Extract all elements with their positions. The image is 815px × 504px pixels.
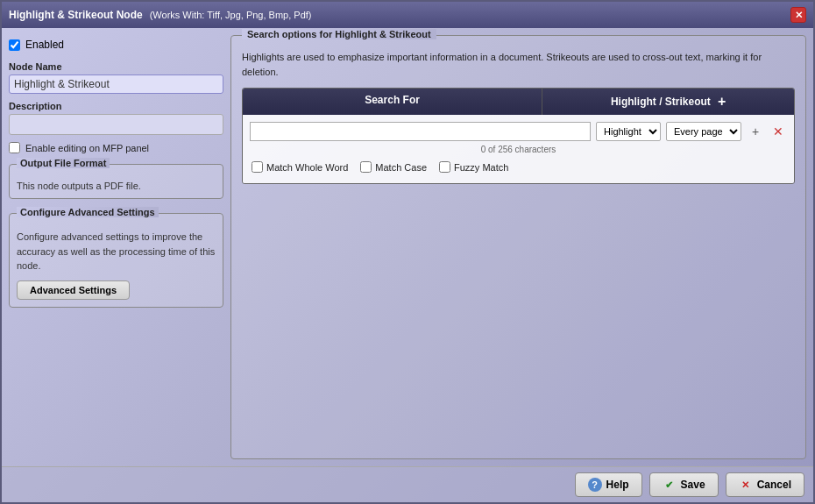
- help-icon: ?: [588, 478, 602, 492]
- configure-text: Configure advanced settings to improve t…: [17, 224, 216, 273]
- right-description: Highlights are used to emphasize importa…: [242, 50, 795, 79]
- save-icon: ✔: [663, 478, 677, 492]
- right-panel-title: Search options for Highlight & Strikeout: [242, 29, 436, 39]
- right-panel-inner: Highlights are used to emphasize importa…: [231, 36, 805, 458]
- save-button[interactable]: ✔ Save: [649, 472, 719, 497]
- whole-word-option: Match Whole Word: [252, 161, 348, 173]
- fuzzy-match-checkbox[interactable]: [439, 161, 450, 173]
- description-group: Description: [9, 101, 223, 135]
- whole-word-checkbox[interactable]: [252, 161, 263, 173]
- close-button[interactable]: ✕: [790, 7, 806, 23]
- output-content: This node outputs a PDF file.: [17, 172, 216, 191]
- col-search-header: Search For: [243, 89, 542, 115]
- fuzzy-match-option: Fuzzy Match: [439, 161, 508, 173]
- main-content: Enabled Node Name Description Enable edi…: [2, 28, 813, 466]
- description-input[interactable]: [9, 114, 223, 135]
- match-case-label: Match Case: [375, 162, 427, 173]
- configure-group: Configure Advanced Settings Configure ad…: [9, 213, 223, 308]
- help-label: Help: [606, 479, 629, 491]
- enabled-label: Enabled: [25, 39, 64, 51]
- row-delete-button[interactable]: ✕: [769, 123, 787, 140]
- search-table: Search For Highlight / Strikeout + Highl…: [242, 88, 795, 184]
- cancel-button[interactable]: ✕ Cancel: [726, 472, 804, 497]
- mfp-row: Enable editing on MFP panel: [9, 142, 223, 153]
- footer: ? Help ✔ Save ✕ Cancel: [2, 466, 813, 502]
- configure-content: Configure advanced settings to improve t…: [17, 221, 216, 300]
- output-group: Output File Format This node outputs a P…: [9, 164, 223, 199]
- table-header: Search For Highlight / Strikeout +: [243, 89, 794, 115]
- enabled-checkbox[interactable]: [9, 39, 20, 51]
- title-bar-left: Highlight & Strikeout Node (Works With: …: [9, 9, 312, 21]
- table-body: Highlight Strikeout Every page First pag…: [243, 115, 794, 183]
- match-options: Match Whole Word Match Case Fuzzy Match: [250, 158, 787, 176]
- whole-word-label: Match Whole Word: [266, 162, 348, 173]
- enabled-row: Enabled: [9, 35, 223, 54]
- main-window: Highlight & Strikeout Node (Works With: …: [0, 0, 815, 504]
- match-case-option: Match Case: [360, 161, 427, 173]
- col-highlight-label: Highlight / Strikeout: [611, 96, 711, 108]
- col-highlight-header: Highlight / Strikeout +: [542, 89, 794, 115]
- save-label: Save: [681, 479, 705, 491]
- node-name-group: Node Name: [9, 61, 223, 94]
- search-field-1[interactable]: [250, 122, 591, 141]
- mfp-label: Enable editing on MFP panel: [25, 143, 149, 153]
- left-panel: Enabled Node Name Description Enable edi…: [9, 35, 223, 459]
- char-count: 0 of 256 characters: [250, 145, 787, 154]
- page-dropdown[interactable]: Every page First page Last page: [666, 122, 741, 141]
- right-panel: Search options for Highlight & Strikeout…: [230, 35, 806, 459]
- output-group-title: Output File Format: [17, 158, 110, 168]
- node-name-input[interactable]: [9, 75, 223, 94]
- row-add-button[interactable]: +: [747, 123, 764, 140]
- title-bar: Highlight & Strikeout Node (Works With: …: [2, 2, 813, 28]
- cancel-icon: ✕: [739, 478, 753, 492]
- window-title: Highlight & Strikeout Node: [9, 9, 143, 21]
- configure-group-title: Configure Advanced Settings: [17, 207, 159, 217]
- mfp-checkbox[interactable]: [9, 142, 20, 153]
- match-case-checkbox[interactable]: [360, 161, 372, 173]
- advanced-settings-button[interactable]: Advanced Settings: [17, 280, 130, 300]
- output-text: This node outputs a PDF file.: [17, 175, 216, 191]
- window-subtitle: (Works With: Tiff, Jpg, Png, Bmp, Pdf): [150, 10, 312, 20]
- description-label: Description: [9, 101, 223, 111]
- fuzzy-match-label: Fuzzy Match: [454, 162, 508, 173]
- help-button[interactable]: ? Help: [575, 472, 642, 497]
- search-row-1: Highlight Strikeout Every page First pag…: [250, 122, 787, 141]
- highlight-dropdown[interactable]: Highlight Strikeout: [596, 122, 661, 141]
- add-row-icon[interactable]: +: [718, 94, 726, 110]
- node-name-label: Node Name: [9, 61, 223, 72]
- cancel-label: Cancel: [757, 479, 791, 491]
